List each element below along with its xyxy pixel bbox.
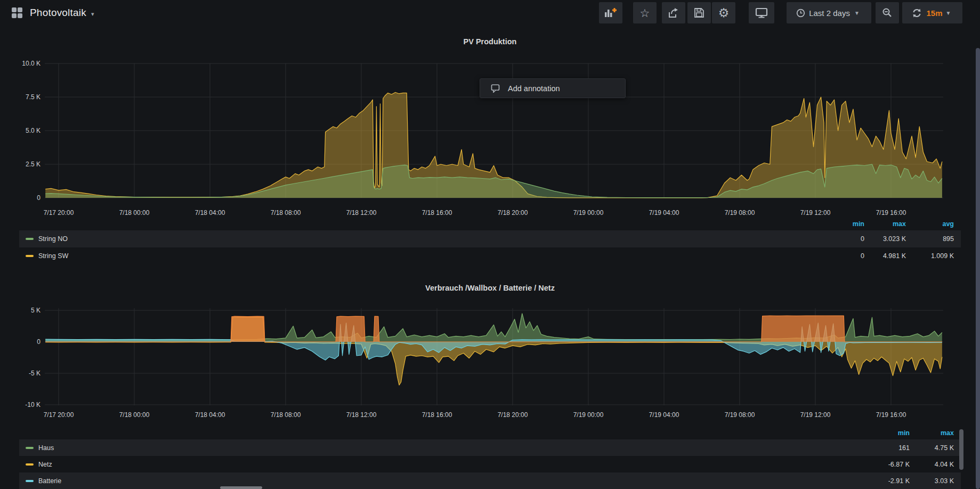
x-axis-label: 7/18 16:00 <box>422 411 452 419</box>
series-label[interactable]: Haus <box>38 444 54 452</box>
y-axis-label: 2.5 K <box>26 161 41 168</box>
legend-value: 4.981 K <box>864 252 906 260</box>
legend-value: 895 <box>906 235 954 243</box>
x-axis-label: 7/18 08:00 <box>271 209 301 217</box>
series-color-swatch[interactable] <box>26 447 34 449</box>
x-axis-label: 7/18 12:00 <box>346 209 377 217</box>
series-color-swatch[interactable] <box>26 255 34 257</box>
legend-value: 161 <box>856 444 910 452</box>
x-axis-label: 7/17 20:00 <box>44 411 74 419</box>
legend-row-string-no: String NO03.023 K895 <box>19 230 961 247</box>
legend-value: 3.03 K <box>910 477 954 485</box>
legend-value: 4.75 K <box>910 444 954 452</box>
legend-header: minmaxavg <box>19 218 961 230</box>
x-axis-label: 7/18 20:00 <box>498 209 528 217</box>
legend-pv-produktion: minmaxavgString NO03.023 K895String SW04… <box>0 218 980 264</box>
x-axis-label: 7/17 20:00 <box>44 209 74 217</box>
series-color-swatch[interactable] <box>26 463 34 466</box>
x-axis-label: 7/19 00:00 <box>573 411 604 419</box>
x-axis-label: 7/18 12:00 <box>346 411 377 419</box>
legend-row-netz: Netz-6.87 K4.04 K <box>19 456 961 472</box>
y-axis-label: 5 K <box>31 307 41 314</box>
legend-sort-min[interactable]: min <box>856 429 910 437</box>
legend-value: -6.87 K <box>856 461 910 468</box>
y-axis-label: -5 K <box>29 370 41 377</box>
legend-sort-avg[interactable]: avg <box>906 220 954 228</box>
x-axis-label: 7/18 04:00 <box>195 411 225 419</box>
x-axis-label: 7/19 04:00 <box>649 411 679 419</box>
x-axis-label: 7/18 20:00 <box>498 411 528 419</box>
y-axis-label: -10 K <box>25 401 41 408</box>
y-axis-label: 5.0 K <box>26 127 41 134</box>
series-label[interactable]: Netz <box>38 461 52 468</box>
legend-sort-max[interactable]: max <box>864 220 906 228</box>
y-axis-label: 10.0 K <box>22 60 41 67</box>
legend-row-batterie: Batterie-2.91 K3.03 K <box>19 472 961 489</box>
legend-sort-max[interactable]: max <box>910 429 954 437</box>
series-label[interactable]: String NO <box>38 235 68 243</box>
comment-bubble-icon <box>491 84 500 93</box>
legend-value: 3.023 K <box>864 235 906 243</box>
x-axis-label: 7/19 04:00 <box>649 209 679 217</box>
x-axis-label: 7/19 16:00 <box>876 209 906 217</box>
y-axis-label: 0 <box>37 194 41 202</box>
legend-value: 1.009 K <box>906 252 954 260</box>
legend-row-haus: Haus1614.75 K <box>19 439 961 456</box>
x-axis-label: 7/18 00:00 <box>119 209 150 217</box>
legend-verbrauch: minmaxHaus1614.75 KNetz-6.87 K4.04 KBatt… <box>0 427 980 489</box>
legend-vertical-scrollbar[interactable] <box>959 429 963 470</box>
add-annotation-label: Add annotation <box>508 84 560 93</box>
legend-value: 4.04 K <box>910 461 954 468</box>
legend-header: minmax <box>19 427 961 439</box>
add-annotation-menu-item[interactable]: Add annotation <box>480 78 626 98</box>
x-axis-label: 7/18 08:00 <box>271 411 301 419</box>
x-axis-label: 7/19 08:00 <box>725 209 755 217</box>
legend-value: 0 <box>816 252 864 260</box>
series-label[interactable]: Batterie <box>38 477 61 485</box>
x-axis-label: 7/19 08:00 <box>725 411 755 419</box>
page-horizontal-scrollbar[interactable] <box>220 486 262 489</box>
y-axis-label: 7.5 K <box>26 93 41 101</box>
x-axis-label: 7/19 16:00 <box>876 411 906 419</box>
x-axis-label: 7/18 16:00 <box>422 209 452 217</box>
page-vertical-scrollbar[interactable] <box>976 48 980 489</box>
x-axis-label: 7/19 00:00 <box>573 209 604 217</box>
legend-value: -2.91 K <box>856 477 910 485</box>
y-axis-label: 0 <box>37 338 41 346</box>
legend-value: 0 <box>816 235 864 243</box>
legend-row-string-sw: String SW04.981 K1.009 K <box>19 247 961 264</box>
x-axis-label: 7/18 00:00 <box>119 411 150 419</box>
x-axis-label: 7/19 12:00 <box>800 209 831 217</box>
legend-sort-min[interactable]: min <box>816 220 864 228</box>
series-label[interactable]: String SW <box>38 252 68 260</box>
x-axis-label: 7/19 12:00 <box>800 411 831 419</box>
x-axis-label: 7/18 04:00 <box>195 209 225 217</box>
series-color-swatch[interactable] <box>26 238 34 240</box>
series-color-swatch[interactable] <box>26 480 34 482</box>
